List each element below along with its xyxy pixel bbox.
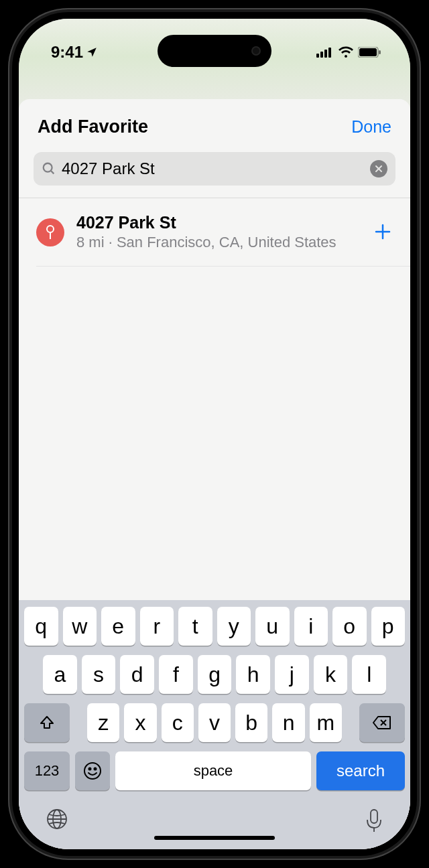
key-r[interactable]: r [140,607,174,646]
home-indicator[interactable] [154,836,275,840]
add-favorite-sheet: Add Favorite Done 4027 Park St 4 [19,99,410,849]
key-l[interactable]: l [352,655,386,694]
svg-point-18 [89,768,91,770]
shift-key[interactable] [24,703,70,742]
key-v[interactable]: v [198,703,231,742]
backspace-icon [373,715,391,730]
key-d[interactable]: d [120,655,154,694]
search-icon [42,161,56,176]
camera-dot [251,46,261,56]
location-arrow-icon [86,46,98,58]
keyboard: q w e r t y u i o p a s d f g h [19,600,410,849]
key-m[interactable]: m [310,703,342,742]
search-input[interactable]: 4027 Park St [34,152,395,186]
done-button[interactable]: Done [351,117,391,137]
mic-icon[interactable] [365,808,383,833]
key-c[interactable]: c [162,703,194,742]
clear-search-button[interactable] [370,160,387,177]
key-f[interactable]: f [159,655,193,694]
search-result-row[interactable]: 4027 Park St 8 mi · San Francisco, CA, U… [19,198,410,266]
wifi-icon [338,46,354,58]
key-g[interactable]: g [198,655,232,694]
status-time: 9:41 [51,43,98,62]
dynamic-island [158,35,271,67]
numeric-key[interactable]: 123 [24,751,70,790]
key-j[interactable]: j [275,655,309,694]
key-a[interactable]: a [43,655,77,694]
key-s[interactable]: s [82,655,116,694]
svg-rect-0 [316,54,319,58]
key-w[interactable]: w [63,607,97,646]
svg-rect-6 [379,50,381,54]
globe-icon[interactable] [46,808,68,830]
result-divider [36,266,410,267]
add-favorite-button[interactable] [374,218,391,246]
pin-icon [36,218,64,246]
search-value: 4027 Park St [62,159,365,178]
search-key[interactable]: search [316,751,405,790]
keyboard-row-2: a s d f g h j k l [19,655,410,694]
shift-icon [39,715,55,731]
signal-icon [316,47,334,58]
svg-point-7 [44,163,52,172]
result-text: 4027 Park St 8 mi · San Francisco, CA, U… [76,213,362,251]
svg-rect-3 [328,48,331,58]
key-y[interactable]: y [217,607,251,646]
phone-frame: 9:41 Add Favorite Done 4027 Park St [8,8,421,860]
emoji-key[interactable] [75,751,110,790]
key-n[interactable]: n [272,703,304,742]
result-title: 4027 Park St [76,213,362,232]
svg-point-19 [95,768,97,770]
backspace-key[interactable] [359,703,405,742]
svg-point-11 [47,226,54,232]
plus-icon [374,223,391,240]
map-pin-icon [46,225,55,240]
sheet-header: Add Favorite Done [19,99,410,148]
svg-rect-1 [320,52,323,58]
key-e[interactable]: e [101,607,135,646]
emoji-icon [83,762,102,780]
key-k[interactable]: k [314,655,348,694]
keyboard-row-4: 123 space search [19,751,410,798]
sheet-title: Add Favorite [38,117,148,137]
svg-point-17 [84,763,101,779]
key-u[interactable]: u [255,607,290,646]
keyboard-bottom [19,798,410,849]
key-t[interactable]: t [178,607,212,646]
key-i[interactable]: i [294,607,328,646]
key-h[interactable]: h [236,655,270,694]
svg-rect-23 [371,810,377,823]
keyboard-row-3: z x c v b n m [19,703,410,742]
status-right [316,46,381,58]
svg-rect-5 [359,48,377,56]
key-p[interactable]: p [371,607,406,646]
space-key[interactable]: space [115,751,311,790]
key-b[interactable]: b [235,703,267,742]
time-label: 9:41 [51,43,83,62]
svg-line-8 [51,171,54,174]
battery-icon [358,47,381,58]
result-subtitle: 8 mi · San Francisco, CA, United States [76,234,362,251]
svg-rect-2 [324,50,327,58]
key-q[interactable]: q [24,607,58,646]
key-z[interactable]: z [87,703,119,742]
screen: 9:41 Add Favorite Done 4027 Park St [19,19,410,849]
key-x[interactable]: x [124,703,156,742]
close-icon [375,165,383,173]
key-o[interactable]: o [332,607,367,646]
search-container: 4027 Park St [19,148,410,198]
keyboard-row-1: q w e r t y u i o p [19,607,410,646]
